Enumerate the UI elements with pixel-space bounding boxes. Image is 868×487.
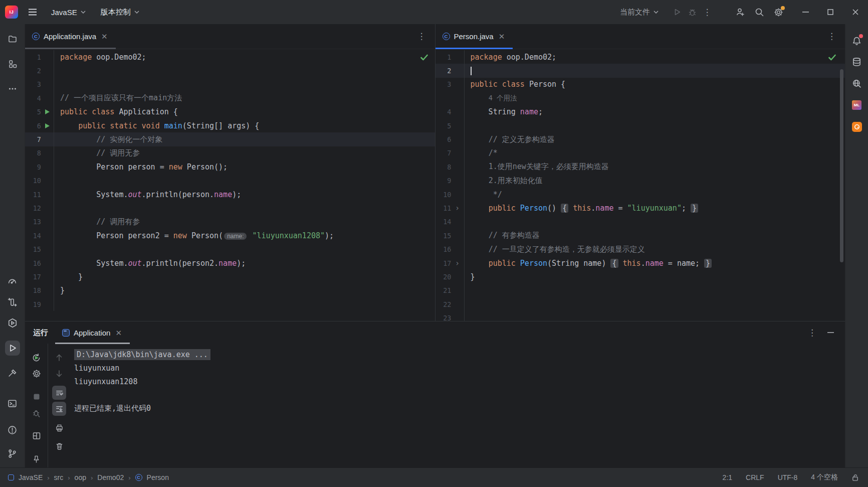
close-icon[interactable]: ✕: [498, 32, 506, 41]
code-line[interactable]: 4 String name;: [436, 105, 845, 119]
run-tab-application[interactable]: Application ✕: [55, 321, 130, 344]
fold-gutter-icon[interactable]: ›: [452, 204, 464, 213]
code-line[interactable]: 14: [436, 215, 845, 229]
breadcrumb-item[interactable]: Person: [147, 473, 169, 481]
breadcrumb-item[interactable]: JavaSE: [19, 473, 43, 481]
editor-scrollbar[interactable]: [840, 69, 843, 262]
code-line[interactable]: 5public class Application {: [25, 105, 435, 119]
code-line[interactable]: 10 */: [436, 188, 845, 201]
line-separator-widget[interactable]: CRLF: [746, 473, 764, 481]
sidebar-item-database[interactable]: [849, 54, 864, 69]
close-button[interactable]: [843, 0, 868, 24]
run-config-selector[interactable]: 当前文件: [616, 5, 663, 20]
code-line[interactable]: 18}: [25, 284, 435, 297]
inspections-ok-icon[interactable]: [828, 54, 836, 61]
sidebar-item-problems[interactable]: [5, 422, 20, 437]
next-occurrence-button[interactable]: [52, 367, 66, 381]
sidebar-item-build[interactable]: [5, 366, 20, 381]
code-line[interactable]: 19: [25, 297, 435, 311]
search-everywhere-button[interactable]: [752, 5, 767, 20]
code-line[interactable]: 5: [436, 119, 845, 132]
console-command-line[interactable]: D:\Java\jdk8\bin\java.exe ...: [74, 349, 210, 360]
code-line[interactable]: 2: [25, 64, 435, 77]
maximize-button[interactable]: [818, 0, 843, 24]
settings-button[interactable]: [771, 5, 786, 20]
code-line[interactable]: 3public class Person {: [436, 78, 845, 91]
prev-occurrence-button[interactable]: [52, 351, 66, 365]
breadcrumb-item[interactable]: oop: [75, 473, 86, 481]
code-line[interactable]: 11 System.out.println(person.name);: [25, 188, 435, 201]
debug-button[interactable]: [685, 5, 700, 20]
indent-widget[interactable]: 4 个空格: [811, 473, 838, 482]
close-icon[interactable]: ✕: [114, 328, 123, 338]
code-editor-application[interactable]: 1package oop.Demo02;234// 一个项目应该只有一个main…: [25, 49, 435, 321]
sidebar-item-ml-plugin[interactable]: ML: [849, 97, 864, 112]
code-line[interactable]: 9 2.用来初始化值: [436, 174, 845, 188]
attach-debugger-button[interactable]: [30, 406, 44, 420]
soft-wrap-button[interactable]: [52, 386, 66, 400]
hide-toolwindow-icon[interactable]: [827, 332, 834, 333]
code-line[interactable]: 4 个用法: [436, 91, 845, 105]
sidebar-item-notifications[interactable]: [849, 33, 864, 48]
run-gutter-icon[interactable]: [41, 123, 53, 129]
code-line[interactable]: 9 Person person = new Person();: [25, 160, 435, 174]
more-actions-button[interactable]: ⋮: [700, 5, 715, 20]
clear-console-button[interactable]: [52, 439, 66, 453]
inspections-ok-icon[interactable]: [420, 54, 428, 61]
code-line[interactable]: 15: [25, 242, 435, 256]
run-button[interactable]: [670, 5, 685, 20]
sidebar-item-web-search[interactable]: [849, 76, 864, 91]
code-line[interactable]: 2: [436, 64, 845, 77]
code-line[interactable]: 1package oop.Demo02;: [25, 50, 435, 64]
code-editor-person[interactable]: 1package oop.Demo02;23public class Perso…: [436, 49, 845, 321]
sidebar-item-services[interactable]: [5, 315, 20, 331]
console-output[interactable]: D:\Java\jdk8\bin\java.exe ...liuyunxuanl…: [70, 344, 845, 467]
code-line[interactable]: 7 /*: [436, 146, 845, 160]
encoding-widget[interactable]: UTF-8: [778, 473, 798, 481]
code-line[interactable]: 10: [25, 174, 435, 188]
run-settings-button[interactable]: [30, 367, 44, 381]
code-line[interactable]: 23: [436, 311, 845, 321]
sidebar-item-orange-plugin[interactable]: [849, 119, 864, 134]
code-line[interactable]: 12: [25, 201, 435, 215]
code-line[interactable]: 13 // 调用有参: [25, 215, 435, 229]
code-line[interactable]: 1package oop.Demo02;: [436, 50, 845, 64]
code-line[interactable]: 17 }: [25, 270, 435, 283]
rerun-button[interactable]: [30, 351, 44, 365]
breadcrumb-item[interactable]: Demo02: [97, 473, 124, 481]
sidebar-item-run[interactable]: [5, 341, 20, 356]
code-line[interactable]: 21: [436, 284, 845, 297]
fold-gutter-icon[interactable]: ›: [452, 259, 464, 268]
code-line[interactable]: 22: [436, 297, 845, 311]
layout-settings-button[interactable]: [30, 429, 44, 443]
code-line[interactable]: 6 public static void main(String[] args)…: [25, 119, 435, 132]
sidebar-item-structure[interactable]: [5, 56, 20, 71]
minimize-button[interactable]: [793, 0, 818, 24]
run-gutter-icon[interactable]: [41, 109, 53, 115]
sidebar-item-more[interactable]: [5, 81, 20, 96]
code-line[interactable]: 7 // 实例化一个对象: [25, 132, 435, 146]
print-button[interactable]: [52, 421, 66, 435]
sidebar-item-git[interactable]: [5, 446, 20, 461]
sidebar-item-services-flow[interactable]: [5, 294, 20, 309]
code-line[interactable]: 16 // 一旦定义了有参构造，无参就必须显示定义: [436, 242, 845, 256]
run-options-kebab-icon[interactable]: ⋮: [808, 328, 816, 338]
editor-options-kebab-icon[interactable]: ⋮: [417, 31, 435, 42]
code-line[interactable]: 16 System.out.println(person2.name);: [25, 256, 435, 270]
code-line[interactable]: 17› public Person(String name) { this.na…: [436, 256, 845, 270]
pin-button[interactable]: [30, 452, 44, 466]
tab-person-java[interactable]: C Person.java ✕: [436, 24, 513, 49]
unlocked-padlock-icon[interactable]: [851, 473, 859, 481]
scroll-to-end-button[interactable]: [52, 402, 66, 416]
breadcrumb-item[interactable]: src: [54, 473, 64, 481]
code-with-me-button[interactable]: [733, 5, 748, 20]
code-line[interactable]: 6 // 定义无参构造器: [436, 132, 845, 146]
caret-position-widget[interactable]: 2:1: [723, 473, 732, 481]
code-line[interactable]: 4// 一个项目应该只有一个main方法: [25, 91, 435, 105]
project-selector[interactable]: JavaSE: [47, 5, 90, 20]
code-line[interactable]: 3: [25, 78, 435, 91]
code-line[interactable]: 15 // 有参构造器: [436, 229, 845, 242]
main-menu-button[interactable]: [25, 5, 40, 20]
sidebar-item-terminal[interactable]: [5, 396, 20, 411]
sidebar-item-profiler[interactable]: [5, 273, 20, 288]
